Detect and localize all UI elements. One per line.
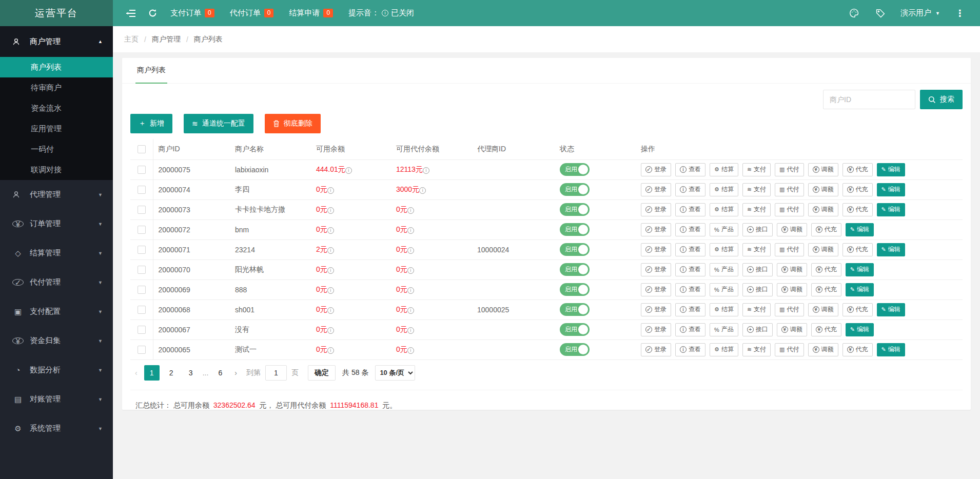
action-button-查看[interactable]: i查看 — [675, 303, 705, 316]
status-toggle[interactable]: 启用 — [560, 223, 590, 236]
refresh-icon[interactable] — [142, 0, 163, 26]
action-button-登录[interactable]: ✓登录 — [641, 263, 671, 276]
action-button-登录[interactable]: ✓登录 — [641, 243, 671, 256]
status-toggle[interactable]: 启用 — [560, 203, 590, 216]
action-button-编辑[interactable]: ✎编辑 — [877, 243, 905, 256]
row-checkbox[interactable] — [138, 246, 146, 254]
sidebar-item-支付配置[interactable]: ▣支付配置▼ — [0, 297, 113, 326]
action-button-编辑[interactable]: ✎编辑 — [877, 163, 905, 176]
action-button-登录[interactable]: ✓登录 — [641, 163, 671, 176]
action-button-产品[interactable]: %产品 — [710, 323, 738, 336]
action-button-代付[interactable]: ▥代付 — [775, 203, 803, 216]
sidebar-subitem-待审商户[interactable]: 待审商户 — [0, 77, 113, 98]
status-toggle[interactable]: 启用 — [560, 323, 590, 336]
row-checkbox[interactable] — [138, 346, 146, 354]
sidebar-item-资金归集[interactable]: ¥资金归集▼ — [0, 326, 113, 355]
action-button-编辑[interactable]: ✎编辑 — [846, 323, 874, 336]
page-number-6[interactable]: 6 — [212, 365, 228, 381]
page-number-3[interactable]: 3 — [183, 365, 199, 381]
delete-button[interactable]: 彻底删除 — [265, 114, 321, 133]
sidebar-item-对账管理[interactable]: ▤对账管理▼ — [0, 385, 113, 414]
action-button-结算[interactable]: ⚙结算 — [710, 183, 738, 196]
action-button-代付[interactable]: ▥代付 — [775, 163, 803, 176]
action-button-调额[interactable]: ¥调额 — [808, 203, 838, 216]
action-button-登录[interactable]: ✓登录 — [641, 203, 671, 216]
sidebar-item-结算管理[interactable]: ◇结算管理▼ — [0, 238, 113, 268]
sound-status[interactable]: 提示音： i 已关闭 — [348, 8, 414, 18]
goto-confirm-button[interactable]: 确定 — [308, 365, 336, 381]
sidebar-item-系统管理[interactable]: ⚙系统管理▼ — [0, 414, 113, 443]
breadcrumb-item-1[interactable]: 商户管理 — [152, 35, 181, 44]
collapse-sidebar-icon[interactable] — [120, 0, 142, 26]
goto-page-input[interactable] — [265, 365, 287, 381]
sidebar-subitem-应用管理[interactable]: 应用管理 — [0, 118, 113, 139]
sidebar-item-数据分析[interactable]: ◔数据分析▼ — [0, 355, 113, 385]
action-button-接口[interactable]: +接口 — [742, 323, 773, 336]
action-button-编辑[interactable]: ✎编辑 — [877, 303, 905, 316]
action-button-代充[interactable]: ¥代充 — [842, 303, 873, 316]
action-button-代充[interactable]: ¥代充 — [811, 223, 841, 236]
row-checkbox[interactable] — [138, 206, 146, 214]
action-button-产品[interactable]: %产品 — [710, 263, 738, 276]
action-button-代付[interactable]: ▥代付 — [775, 303, 803, 316]
row-checkbox[interactable] — [138, 266, 146, 274]
action-button-结算[interactable]: ⚙结算 — [710, 163, 738, 176]
action-button-代充[interactable]: ¥代充 — [842, 203, 873, 216]
action-button-接口[interactable]: +接口 — [742, 223, 773, 236]
action-button-登录[interactable]: ✓登录 — [641, 223, 671, 236]
action-button-编辑[interactable]: ✎编辑 — [877, 183, 905, 196]
action-button-支付[interactable]: ≋支付 — [742, 243, 771, 256]
action-button-调额[interactable]: ¥调额 — [777, 283, 807, 296]
status-toggle[interactable]: 启用 — [560, 263, 590, 276]
sidebar-subitem-联调对接[interactable]: 联调对接 — [0, 159, 113, 180]
action-button-调额[interactable]: ¥调额 — [808, 163, 838, 176]
header-nav-item-0[interactable]: 支付订单0 — [170, 8, 214, 18]
action-button-调额[interactable]: ¥调额 — [777, 223, 807, 236]
action-button-查看[interactable]: i查看 — [675, 223, 705, 236]
status-toggle[interactable]: 启用 — [560, 243, 590, 256]
action-button-编辑[interactable]: ✎编辑 — [846, 223, 874, 236]
row-checkbox[interactable] — [138, 186, 146, 194]
action-button-结算[interactable]: ⚙结算 — [710, 343, 738, 356]
action-button-查看[interactable]: i查看 — [675, 343, 705, 356]
status-toggle[interactable]: 启用 — [560, 303, 590, 316]
breadcrumb-item-0[interactable]: 主页 — [124, 35, 139, 44]
action-button-代付[interactable]: ▥代付 — [775, 183, 803, 196]
action-button-代充[interactable]: ¥代充 — [842, 163, 873, 176]
action-button-代付[interactable]: ▥代付 — [775, 343, 803, 356]
header-nav-item-2[interactable]: 结算申请0 — [289, 8, 333, 18]
channel-config-button[interactable]: ≋通道统一配置 — [184, 114, 253, 133]
tab-merchant-list[interactable]: 商户列表 — [135, 58, 167, 84]
action-button-代充[interactable]: ¥代充 — [811, 283, 841, 296]
row-checkbox[interactable] — [138, 286, 146, 294]
row-checkbox[interactable] — [138, 326, 146, 334]
action-button-调额[interactable]: ¥调额 — [808, 243, 838, 256]
sidebar-item-代付管理[interactable]: ✓代付管理▼ — [0, 268, 113, 297]
action-button-登录[interactable]: ✓登录 — [641, 303, 671, 316]
action-button-结算[interactable]: ⚙结算 — [710, 303, 738, 316]
sidebar-subitem-资金流水[interactable]: 资金流水 — [0, 98, 113, 118]
merchant-id-search-input[interactable] — [823, 90, 915, 109]
action-button-查看[interactable]: i查看 — [675, 283, 705, 296]
header-nav-item-1[interactable]: 代付订单0 — [230, 8, 274, 18]
row-checkbox[interactable] — [138, 306, 146, 314]
row-checkbox[interactable] — [138, 166, 146, 174]
action-button-登录[interactable]: ✓登录 — [641, 343, 671, 356]
add-button[interactable]: ＋新增 — [130, 114, 172, 133]
action-button-支付[interactable]: ≋支付 — [742, 303, 771, 316]
status-toggle[interactable]: 启用 — [560, 163, 590, 176]
action-button-结算[interactable]: ⚙结算 — [710, 203, 738, 216]
action-button-编辑[interactable]: ✎编辑 — [877, 343, 905, 356]
action-button-代充[interactable]: ¥代充 — [842, 243, 873, 256]
action-button-接口[interactable]: +接口 — [742, 263, 773, 276]
status-toggle[interactable]: 启用 — [560, 183, 590, 196]
action-button-查看[interactable]: i查看 — [675, 263, 705, 276]
action-button-查看[interactable]: i查看 — [675, 163, 705, 176]
theme-palette-icon[interactable] — [843, 0, 865, 26]
action-button-调额[interactable]: ¥调额 — [808, 343, 838, 356]
action-button-支付[interactable]: ≋支付 — [742, 203, 771, 216]
sidebar-item-代理管理[interactable]: 代理管理▼ — [0, 180, 113, 209]
page-number-2[interactable]: 2 — [164, 365, 179, 381]
action-button-编辑[interactable]: ✎编辑 — [877, 203, 905, 216]
action-button-编辑[interactable]: ✎编辑 — [846, 283, 874, 296]
